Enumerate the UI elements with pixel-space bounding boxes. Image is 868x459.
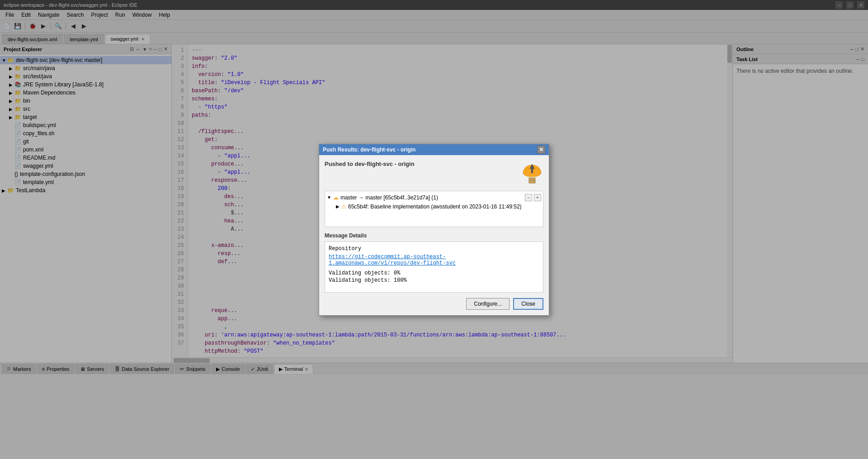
pushed-message: Pushed to dev-flight-svc - origin — [325, 161, 415, 167]
push-cloud-icon — [521, 161, 543, 185]
modal-body: Pushed to dev-flight-svc - origin — [319, 155, 549, 315]
modal-titlebar: Push Results: dev-flight-svc - origin ✕ — [319, 144, 549, 155]
modal-tree-area[interactable]: ▼ ☁ master → master [65c5b4f..3e21d7a] (… — [325, 191, 543, 227]
svg-rect-5 — [531, 169, 533, 173]
validation-line-1: Validating objects: 0% — [329, 270, 539, 276]
tree-action-btn-2[interactable]: + — [534, 194, 541, 201]
close-modal-button[interactable]: Close — [513, 298, 543, 310]
modal-overlay: Push Results: dev-flight-svc - origin ✕ … — [0, 0, 868, 459]
tree-action-btn-1[interactable]: − — [525, 194, 532, 201]
branch-icon: ☁ — [333, 194, 339, 201]
validation-line-2: Validating objects: 100% — [329, 277, 539, 284]
commit-expand-icon: ▶ — [336, 204, 340, 209]
modal-close-button[interactable]: ✕ — [537, 146, 545, 154]
message-details-label: Message Details — [325, 232, 543, 239]
modal-tree-commit-row[interactable]: ▶ ⚠ 65c5b4f: Baseline implementation (aw… — [327, 202, 541, 211]
commit-label: 65c5b4f: Baseline implementation (awsstu… — [348, 203, 522, 210]
repository-label: Repository — [329, 246, 539, 252]
configure-button[interactable]: Configure... — [466, 298, 509, 310]
message-details-area: Repository https://git-codecommit.ap-sou… — [325, 241, 543, 293]
expand-arrow-icon: ▼ — [327, 195, 331, 200]
modal-buttons: Configure... Close — [325, 298, 543, 310]
warning-icon: ⚠ — [341, 203, 346, 210]
branch-label: master → master [65c5b4f..3e21d7a] (1) — [340, 194, 438, 201]
repository-url-line: https://git-codecommit.ap-southeast-1.am… — [329, 254, 539, 266]
repository-url[interactable]: https://git-codecommit.ap-southeast-1.am… — [329, 254, 456, 266]
modal-title: Push Results: dev-flight-svc - origin — [323, 147, 537, 153]
push-results-modal: Push Results: dev-flight-svc - origin ✕ … — [319, 144, 549, 316]
modal-tree-branch-row[interactable]: ▼ ☁ master → master [65c5b4f..3e21d7a] (… — [327, 193, 541, 202]
